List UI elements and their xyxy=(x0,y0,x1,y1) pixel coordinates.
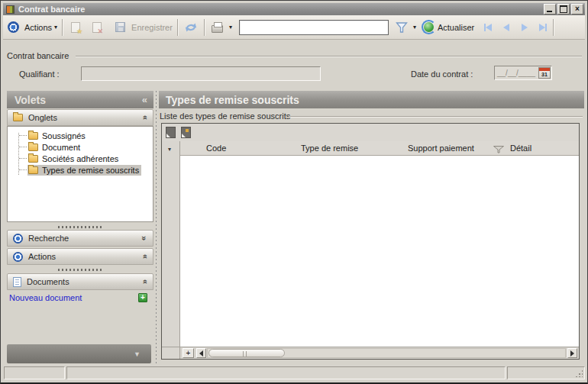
grid-layout-icon[interactable] xyxy=(166,127,176,138)
filter-funnel-icon xyxy=(396,21,408,34)
list-group-title: Liste des types de remise souscrits xyxy=(160,111,290,121)
add-document-icon[interactable]: + xyxy=(138,293,147,302)
sync-button[interactable] xyxy=(183,19,199,36)
status-panel-left xyxy=(4,366,65,379)
sidebar-title: Volets xyxy=(15,94,142,106)
new-document-link[interactable]: Nouveau document xyxy=(9,293,138,302)
folder-icon xyxy=(28,144,38,151)
save-icon xyxy=(115,22,125,32)
status-bar xyxy=(3,366,585,380)
qualifiant-label: Qualifiant : xyxy=(19,69,60,79)
recherche-target-icon xyxy=(13,234,23,244)
tree-item-label: Sociétés adhérentes xyxy=(42,154,118,163)
tree-item-label: Document xyxy=(42,143,80,152)
section-label-recherche: Recherche xyxy=(28,234,142,243)
main-panel: Types de remise souscrits Liste des type… xyxy=(159,91,585,363)
actions-button[interactable]: Actions xyxy=(24,23,52,32)
sidebar-header: Volets « xyxy=(7,91,153,108)
sidebar-item-document[interactable]: Document xyxy=(8,141,151,153)
grid-header-row: Code Type de remise Support paiement Dét… xyxy=(162,141,579,156)
section-label-actions: Actions xyxy=(28,252,142,261)
actions-target-icon xyxy=(13,252,23,262)
main-panel-header: Types de remise souscrits xyxy=(159,91,584,108)
scrollbar-thumb[interactable] xyxy=(208,349,285,357)
column-header-code[interactable]: Code xyxy=(206,144,226,153)
search-input[interactable] xyxy=(239,20,389,35)
open-folder-icon xyxy=(28,166,38,174)
sidebar-item-societes-adherentes[interactable]: Sociétés adhérentes xyxy=(8,153,151,164)
toolbar-separator xyxy=(204,19,205,36)
section-header-recherche[interactable]: Recherche » xyxy=(7,230,153,247)
date-mask: __/__/____ xyxy=(495,69,538,77)
document-icon xyxy=(13,277,21,287)
sidebar-splitter-handle[interactable] xyxy=(7,224,153,230)
tree-item-label: Soussignés xyxy=(42,131,86,140)
title-bar: Contrat bancaire × xyxy=(3,3,585,15)
new-button[interactable] xyxy=(67,19,84,36)
sidebar-collapse-icon[interactable]: « xyxy=(142,94,147,105)
delete-button[interactable] xyxy=(89,19,105,36)
scroll-left-button[interactable] xyxy=(196,348,206,358)
section-header-documents[interactable]: Documents » xyxy=(7,273,153,290)
save-button[interactable] xyxy=(111,19,128,36)
folder-icon xyxy=(28,132,38,140)
calendar-icon[interactable]: 31 xyxy=(538,67,551,79)
row-selector-icon: ▾ xyxy=(168,146,171,153)
chevron-up-icon[interactable]: » xyxy=(141,254,148,259)
expand-panel-icon: ▼ xyxy=(134,350,141,358)
toolbar-separator xyxy=(62,19,63,36)
close-button[interactable]: × xyxy=(571,4,583,15)
actions-dropdown-icon[interactable]: ▾ xyxy=(54,24,57,31)
sidebar-collapsed-panel[interactable]: ▼ xyxy=(7,344,151,363)
minimize-button[interactable] xyxy=(544,4,556,15)
column-filter-icon[interactable] xyxy=(493,146,504,153)
print-dropdown-icon[interactable]: ▾ xyxy=(229,24,232,31)
remise-grid: Code Type de remise Support paiement Dét… xyxy=(161,123,580,360)
record-navigator xyxy=(482,22,548,33)
grid-layout-edit-icon[interactable] xyxy=(181,127,191,138)
append-row-button[interactable]: + xyxy=(183,348,194,358)
section-label-documents: Documents xyxy=(27,277,142,286)
column-header-support-paiement[interactable]: Support paiement xyxy=(408,144,474,153)
nav-previous-button[interactable] xyxy=(500,22,512,33)
sidebar-item-soussignes[interactable]: Soussignés xyxy=(8,130,151,141)
page-title: Types de remise souscrits xyxy=(166,94,299,106)
refresh-icon xyxy=(424,22,434,32)
nav-first-button[interactable] xyxy=(482,22,493,33)
chevron-down-icon[interactable]: » xyxy=(141,236,148,240)
nav-next-button[interactable] xyxy=(519,22,530,33)
column-header-type-de-remise[interactable]: Type de remise xyxy=(301,144,358,153)
nav-last-button[interactable] xyxy=(537,22,548,33)
toolbar-separator xyxy=(177,19,178,36)
print-button[interactable] xyxy=(209,19,226,36)
new-document-icon xyxy=(71,22,80,33)
section-header-onglets[interactable]: Onglets » xyxy=(7,109,153,126)
print-icon xyxy=(212,25,223,33)
column-header-detail[interactable]: Détail xyxy=(510,144,531,153)
scroll-right-button[interactable] xyxy=(567,348,577,358)
group-divider xyxy=(76,56,582,56)
folder-icon xyxy=(28,155,38,163)
indicator-stub xyxy=(162,347,180,359)
chevron-up-icon[interactable]: » xyxy=(141,279,148,284)
section-label-onglets: Onglets xyxy=(28,113,142,122)
filter-button[interactable] xyxy=(393,19,410,36)
sidebar-main-splitter[interactable] xyxy=(154,91,158,363)
onglets-tree: Soussignés Document Sociétés adhérentes … xyxy=(7,126,153,222)
chevron-up-icon[interactable]: » xyxy=(141,115,148,120)
grid-bottom-bar: + xyxy=(162,347,579,359)
sidebar-volets: Volets « Onglets » Soussignés Document S… xyxy=(7,91,153,363)
refresh-button[interactable]: Actualiser xyxy=(438,23,474,32)
maximize-button[interactable] xyxy=(557,4,570,15)
resize-grip[interactable] xyxy=(575,369,583,377)
sidebar-item-types-de-remise-souscrits[interactable]: Types de remise souscrits xyxy=(8,164,151,176)
application-window: Contrat bancaire × Actions ▾ Enregistrer… xyxy=(0,0,588,384)
save-button-label[interactable]: Enregistrer xyxy=(131,23,173,32)
date-input[interactable]: __/__/____ 31 xyxy=(494,66,552,80)
sidebar-splitter-handle[interactable] xyxy=(7,266,153,273)
horizontal-scrollbar[interactable] xyxy=(207,348,566,358)
filter-dropdown-icon[interactable]: ▾ xyxy=(413,24,416,31)
qualifiant-input[interactable] xyxy=(81,66,321,81)
row-indicator-column xyxy=(162,141,180,347)
section-header-actions[interactable]: Actions » xyxy=(7,248,153,265)
